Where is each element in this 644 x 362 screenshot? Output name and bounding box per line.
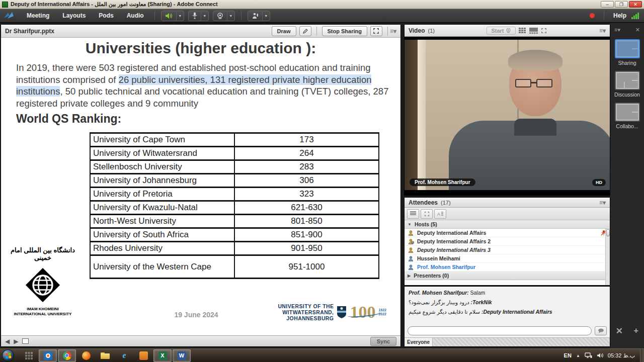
webcam-button[interactable]: ▾	[213, 11, 235, 21]
minimize-button[interactable]: –	[601, 1, 614, 8]
pinned-app-icon[interactable]	[20, 349, 38, 362]
next-slide-button[interactable]: ▶	[14, 338, 18, 345]
video-count: (1)	[428, 28, 434, 34]
menu-layouts[interactable]: Layouts	[56, 9, 92, 23]
sync-button[interactable]: Sync	[370, 337, 396, 346]
attendees-scrollbar[interactable]	[605, 229, 610, 285]
wits-text-line: WITWATERSRAND,	[278, 309, 334, 315]
ikiu-caption: IMAM KHOMEINI INTERNATIONAL UNIVERSITY	[4, 307, 82, 317]
menu-meeting[interactable]: Meeting	[20, 9, 56, 23]
sort-attendees-button[interactable]: A	[434, 209, 446, 219]
qs-ranking-table: University of Cape Town173 University of…	[90, 132, 379, 279]
raise-hand-button[interactable]: ▾	[248, 11, 270, 21]
grid-view-icon[interactable]	[519, 28, 526, 34]
app-icon	[2, 2, 8, 8]
table-row: University of Johannesburg306	[90, 174, 379, 188]
menu-bar: Meeting Layouts Pods Audio ▾ ▾ ▾	[0, 9, 644, 23]
video-pod-menu-icon[interactable]: ≡▾	[599, 27, 606, 34]
previous-slide-button[interactable]: ◀	[5, 338, 10, 345]
language-indicator[interactable]: EN	[564, 352, 572, 358]
microphone-button[interactable]: ▾	[188, 11, 209, 21]
panel-add-icon[interactable]: +	[633, 326, 638, 336]
rank-cell: 851-900	[234, 228, 379, 242]
taskbar-clock[interactable]: 05:32 ب.ظ	[608, 352, 635, 359]
maximize-button[interactable]: ❐	[615, 1, 628, 8]
word-taskbar-icon[interactable]: W	[173, 349, 191, 362]
layout-label: Collabo...	[614, 123, 640, 129]
list-view-button[interactable]	[407, 209, 419, 219]
layout-thumbnail	[615, 103, 640, 122]
panel-close-icon[interactable]: ✕	[616, 326, 623, 336]
hosts-group-header[interactable]: ▼ Hosts (5)	[405, 220, 610, 229]
share-pod-menu-icon[interactable]: ≡▾	[390, 28, 396, 35]
webcam-dropdown-arrow[interactable]: ▾	[227, 11, 234, 21]
connection-signal-icon[interactable]	[631, 12, 639, 19]
network-tray-icon[interactable]	[585, 352, 592, 358]
layout-discussion[interactable]: Discussion	[614, 71, 640, 98]
stop-sharing-button[interactable]: Stop Sharing	[322, 26, 367, 36]
start-button[interactable]	[2, 349, 14, 361]
attendees-pod-menu-icon[interactable]: ≡▾	[599, 199, 606, 206]
rank-cell: 801-850	[234, 215, 379, 228]
video-fullscreen-icon[interactable]	[541, 28, 547, 34]
volume-tray-icon[interactable]	[597, 352, 603, 358]
chat-message: TorkNik: درود وبینار برگزار نمی‌شود؟	[409, 299, 606, 305]
attendee-row[interactable]: Prof. Mohsen Sharifpur	[405, 263, 610, 272]
close-button[interactable]: ✕	[629, 1, 642, 8]
fullscreen-button[interactable]	[370, 26, 382, 36]
internet-explorer-taskbar-icon[interactable]: e	[115, 349, 133, 362]
rank-cell: 306	[234, 174, 379, 188]
microphone-dropdown-arrow[interactable]: ▾	[201, 11, 208, 21]
attendee-avatar-icon	[408, 264, 414, 270]
ikiu-caption-line: IMAM KHOMEINI	[4, 307, 82, 312]
attendee-row[interactable]: Hussein Meihami	[405, 254, 610, 263]
start-webcam-button[interactable]: Start	[487, 27, 516, 35]
attendees-count: (17)	[441, 200, 451, 206]
qs-ranking-heading: World QS Ranking:	[16, 112, 121, 126]
explorer-taskbar-icon[interactable]	[96, 349, 114, 362]
video-feed[interactable]: Prof. Mohsen Sharifpur HD	[405, 37, 610, 195]
adobe-connect-logo	[3, 11, 16, 20]
attendees-pod-header: Attendees (17) ≡▾	[405, 198, 610, 208]
orange-app-icon[interactable]	[134, 349, 152, 362]
attendee-row[interactable]: Deputy International Affairs 3	[405, 246, 610, 254]
send-message-button[interactable]	[595, 326, 607, 335]
layout-thumbnail	[615, 39, 640, 58]
draw-button[interactable]: Draw	[272, 26, 296, 36]
excel-taskbar-icon[interactable]: X	[153, 349, 172, 362]
adobe-connect-taskbar-icon[interactable]	[39, 349, 57, 362]
filmstrip-view-icon[interactable]	[529, 28, 538, 34]
presenters-group-header[interactable]: ▶ Presenters (0)	[405, 272, 610, 280]
chat-message: Deputy International Affairs: سلام تا دق…	[409, 309, 606, 315]
sidebar-toggle-icon[interactable]	[22, 338, 29, 344]
layout-collaboration[interactable]: Collabo...	[614, 103, 640, 129]
help-menu[interactable]: Help	[613, 12, 626, 19]
scrollbar-thumb[interactable]	[606, 229, 610, 236]
show-desktop-button[interactable]	[640, 349, 644, 362]
tab-everyone[interactable]: Everyone	[405, 338, 433, 346]
rank-cell: 323	[234, 188, 379, 201]
layout-label: Discussion	[614, 92, 640, 98]
hidden-icons-arrow[interactable]: ▲	[576, 353, 580, 358]
pointer-tool-button[interactable]	[299, 26, 311, 36]
layouts-panel-close-icon[interactable]: ✕	[635, 27, 640, 33]
ikiu-globe-icon	[21, 263, 64, 307]
layouts-panel-menu-icon[interactable]: ≡▾	[614, 27, 620, 33]
chrome-taskbar-icon[interactable]	[58, 349, 76, 362]
host-avatar-icon	[408, 230, 414, 236]
chat-input[interactable]	[408, 326, 592, 335]
attendee-row[interactable]: Deputy International Affairs	[405, 229, 610, 237]
university-cell: University of Kwazulu-Natal	[90, 201, 234, 215]
speaker-dropdown-arrow[interactable]: ▾	[176, 11, 184, 21]
breakout-view-button[interactable]	[421, 209, 433, 219]
speaker-button[interactable]: ▾	[161, 11, 184, 21]
menu-audio[interactable]: Audio	[120, 9, 150, 23]
layout-sharing[interactable]: Sharing	[614, 39, 640, 66]
share-pod: Dr Sharifpur.pptx Draw Stop Sharing ≡▾ U…	[1, 24, 401, 347]
raise-hand-dropdown-arrow[interactable]: ▾	[262, 11, 270, 21]
menu-pods[interactable]: Pods	[92, 9, 120, 23]
chat-tabs: Everyone	[405, 337, 610, 346]
firefox-taskbar-icon[interactable]	[77, 349, 95, 362]
attendee-row[interactable]: Deputy International Affairs 2	[405, 237, 610, 246]
chat-sender-name: Prof. Mohsen Sharifpur:	[409, 290, 469, 296]
